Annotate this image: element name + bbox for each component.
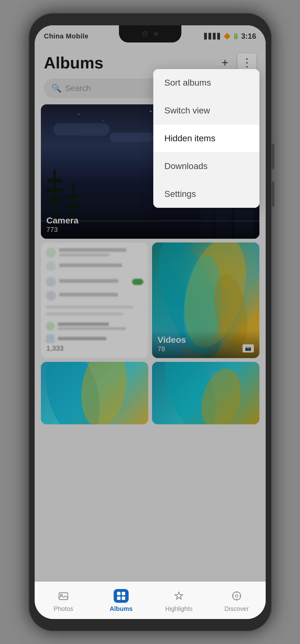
bottom-nav: Photos Albums bbox=[35, 582, 266, 619]
menu-item-switch-view[interactable]: Switch view bbox=[153, 97, 259, 125]
svg-rect-10 bbox=[117, 592, 120, 595]
highlights-nav-icon bbox=[171, 588, 186, 603]
menu-item-settings[interactable]: Settings bbox=[153, 180, 259, 208]
svg-rect-11 bbox=[122, 592, 125, 595]
nav-item-discover[interactable]: Discover bbox=[208, 588, 266, 612]
nav-item-photos[interactable]: Photos bbox=[35, 588, 92, 612]
phone-screen: China Mobile ▋▋▋▋ 🔶 🔋 3:16 Albums + ⋮ 🔍 … bbox=[35, 25, 266, 619]
menu-item-sort-albums[interactable]: Sort albums bbox=[153, 69, 259, 97]
dropdown-menu: Sort albums Switch view Hidden items Dow… bbox=[153, 69, 259, 208]
discover-nav-label: Discover bbox=[224, 605, 249, 612]
photos-nav-icon bbox=[56, 588, 71, 603]
photos-nav-label: Photos bbox=[54, 605, 73, 612]
albums-active-bg bbox=[114, 589, 129, 603]
svg-rect-13 bbox=[122, 597, 125, 600]
power-button[interactable] bbox=[272, 182, 274, 207]
svg-rect-12 bbox=[117, 597, 120, 600]
svg-rect-8 bbox=[59, 593, 68, 600]
albums-nav-label: Albums bbox=[110, 605, 132, 612]
phone-outer: China Mobile ▋▋▋▋ 🔶 🔋 3:16 Albums + ⋮ 🔍 … bbox=[28, 13, 272, 632]
menu-item-hidden-items[interactable]: Hidden items bbox=[153, 125, 259, 152]
volume-button[interactable] bbox=[272, 144, 274, 169]
nav-item-albums[interactable]: Albums bbox=[92, 588, 150, 612]
nav-item-highlights[interactable]: Highlights bbox=[150, 588, 208, 612]
svg-marker-14 bbox=[175, 592, 183, 599]
discover-nav-icon bbox=[229, 588, 244, 603]
svg-point-20 bbox=[235, 595, 238, 597]
highlights-nav-label: Highlights bbox=[165, 605, 193, 612]
menu-item-downloads[interactable]: Downloads bbox=[153, 152, 259, 180]
albums-nav-icon bbox=[114, 588, 129, 603]
